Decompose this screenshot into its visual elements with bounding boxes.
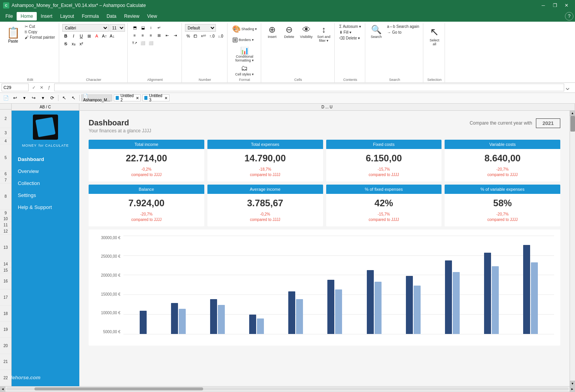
visibility-button[interactable]: 👁 Visibility — [298, 24, 314, 39]
indent-dec-button[interactable]: ⇤ — [163, 32, 171, 39]
menu-file[interactable]: File — [2, 12, 17, 21]
bold-button[interactable]: B — [62, 33, 69, 39]
formula-checkmark[interactable]: ✓ — [30, 84, 37, 91]
delete-contents-button[interactable]: ⌫ Delete ▾ — [338, 36, 363, 41]
scroll-up-button[interactable]: ▲ — [570, 111, 575, 116]
h-scroll-thumb[interactable] — [34, 387, 203, 390]
col-header-rest: D ... U — [79, 104, 575, 110]
search-button[interactable]: 🔍 Search — [368, 24, 384, 39]
redo-dropdown[interactable]: ▾ — [39, 94, 47, 102]
borders-button[interactable]: ⊞ Borders ▾ — [231, 35, 255, 45]
align-top-right-button[interactable]: ↕ — [147, 24, 155, 31]
dec-inc-button[interactable]: ↑.0 — [208, 33, 216, 39]
bar-dark-2 — [171, 303, 178, 334]
tab2-indicator[interactable]: Untitled 2 ✕ — [114, 94, 141, 101]
nav-item-collection[interactable]: Collection — [12, 177, 79, 189]
align-left-button[interactable]: ≡ — [131, 32, 139, 39]
nav-item-dashboard[interactable]: Dashboard — [12, 153, 79, 165]
shading-button[interactable]: 🎨 Shading ▾ — [231, 24, 259, 34]
close-button[interactable]: ✕ — [561, 0, 572, 11]
conditional-format-button[interactable]: 📊 Conditionalformatting ▾ — [234, 46, 255, 63]
percent-button[interactable]: % — [185, 33, 192, 39]
undo-button[interactable]: ↩ — [11, 94, 19, 102]
insert-cell-button[interactable]: ⊕ Insert — [264, 24, 280, 39]
formula-equal[interactable]: ƒ — [46, 84, 53, 91]
text-dir-button[interactable]: T↗ — [131, 39, 139, 46]
formula-expand[interactable]: ⌵ — [566, 84, 573, 91]
format-painter-button[interactable]: 🖌 Format painter — [23, 35, 56, 40]
year-box[interactable]: 2021 — [536, 118, 560, 128]
cut-button[interactable]: ✂ Cut — [23, 24, 56, 29]
font-size-dec-button[interactable]: A↓ — [109, 33, 116, 39]
nav-item-overview[interactable]: Overview — [12, 165, 79, 177]
delete-cell-button[interactable]: ⊖ Delete — [281, 24, 297, 39]
scroll-down-button[interactable]: ▼ — [570, 381, 575, 386]
undo-dropdown[interactable]: ▾ — [20, 94, 29, 102]
tab3-indicator[interactable]: Untitled 3 ✕ — [142, 94, 169, 101]
indent-inc-button[interactable]: ⇥ — [171, 32, 179, 39]
cell-styles-button[interactable]: 🗂 Cell styles ▾ — [234, 63, 256, 77]
strikethrough-button[interactable]: S — [62, 40, 69, 47]
sort-filter-button[interactable]: ↕ Sort andfilter ▾ — [316, 24, 332, 43]
superscript-button[interactable]: x² — [78, 40, 85, 47]
row-9: 9 — [0, 210, 11, 216]
tab3-close[interactable]: ✕ — [164, 96, 168, 100]
minimize-button[interactable]: ─ — [538, 0, 549, 11]
scroll-right-button[interactable]: ► — [570, 386, 575, 392]
font-color-button[interactable]: A — [93, 33, 100, 39]
menu-home[interactable]: Home — [17, 12, 37, 21]
stat-total-income: Total income 22.714,00 -0,2% compared to… — [89, 140, 204, 181]
menu-layout[interactable]: Layout — [56, 12, 78, 21]
nav-item-settings[interactable]: Settings — [12, 189, 79, 201]
fill-button[interactable]: ⬇ Fill ▾ — [338, 30, 363, 35]
merge-button[interactable]: ⊞ — [155, 32, 163, 39]
menu-formula[interactable]: Formula — [78, 12, 103, 21]
scroll-left-button[interactable]: ◄ — [0, 386, 5, 392]
restore-button[interactable]: ❐ — [549, 0, 560, 11]
ribbon: 📋 Paste ✂ Cut ⎘ Copy 🖌 Format painter — [0, 22, 575, 83]
number-format-select[interactable]: Default — [185, 24, 216, 32]
redo-button[interactable]: ↪ — [29, 94, 38, 102]
subscript-button[interactable]: x₂ — [70, 40, 77, 47]
cursor-button[interactable]: ↖ — [60, 94, 68, 102]
dec-dec-button[interactable]: ↓.0 — [216, 33, 224, 39]
auto-calc[interactable]: ⟳ — [48, 94, 56, 102]
font-size-select[interactable]: 11 — [110, 24, 125, 32]
font-size-inc-button[interactable]: A↑ — [101, 33, 108, 39]
bar-dark-1 — [140, 311, 147, 334]
autosum-button[interactable]: Σ Autosum ▾ — [338, 24, 363, 29]
formula-input[interactable] — [54, 84, 564, 91]
vertical-scrollbar[interactable]: ▲ ▼ — [570, 111, 575, 386]
align-top-left-button[interactable]: ⬒ — [131, 24, 139, 31]
menu-review[interactable]: Review — [120, 12, 143, 21]
scroll-thumb[interactable] — [570, 116, 575, 132]
menu-insert[interactable]: Insert — [37, 12, 56, 21]
stat-balance: Balance 7.924,00 -20,7% compared to JJJJ — [89, 185, 204, 226]
cell-reference-input[interactable] — [2, 84, 29, 91]
align-justify-button[interactable]: ⬜ — [139, 39, 147, 46]
align-distribute-button[interactable]: ⬜ — [147, 39, 155, 46]
search-again-button[interactable]: a↔b Search again — [385, 24, 421, 29]
paste-button[interactable]: 📋 Paste — [4, 24, 22, 46]
thousands-button[interactable]: ⧠ — [192, 33, 199, 39]
align-right-button[interactable]: ≡ — [147, 32, 155, 39]
menu-data[interactable]: Data — [103, 12, 120, 21]
scientific-button[interactable]: ×¹⁰ — [199, 33, 207, 39]
underline-button[interactable]: U — [78, 33, 85, 39]
align-center-button[interactable]: ≡ — [139, 32, 147, 39]
menu-view[interactable]: View — [143, 12, 161, 21]
goto-button[interactable]: → Go to — [385, 30, 421, 35]
tab2-close[interactable]: ✕ — [136, 96, 139, 100]
select-all-button[interactable]: ↖ Selectall — [426, 24, 442, 47]
copy-button[interactable]: ⎘ Copy — [23, 29, 56, 34]
align-top-center-button[interactable]: ⬓ — [139, 24, 147, 31]
wrap-text-button[interactable]: ↵ — [155, 24, 163, 31]
border-button[interactable]: ⊞ — [86, 33, 92, 39]
font-family-select[interactable]: Calibri — [62, 24, 109, 32]
nav-item-help[interactable]: Help & Support — [12, 201, 79, 213]
cursor2-button[interactable]: ↖ — [69, 94, 78, 102]
italic-button[interactable]: I — [70, 33, 77, 39]
formula-cancel[interactable]: ✕ — [38, 84, 45, 91]
help-button[interactable]: ? — [565, 12, 573, 21]
new-button[interactable]: 📄 — [2, 94, 10, 102]
